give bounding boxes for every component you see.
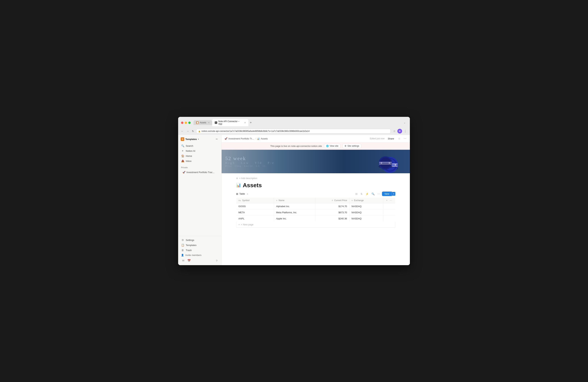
breadcrumb-parent-text[interactable]: Investment Portfolio Tr... (229, 137, 254, 140)
site-notification-bar: This page is live on note-api-connector.… (222, 142, 410, 150)
tab-assets-close[interactable]: ✕ (208, 122, 210, 124)
tab-assets[interactable]: 📄 Assets ✕ (193, 120, 212, 125)
sidebar-item-home[interactable]: 🏠 Home (180, 153, 220, 158)
site-settings-button[interactable]: ⚙ Site settings (342, 144, 361, 148)
cell-meta-symbol: META (236, 210, 274, 216)
table-toolbar-right: ⊟ ⇅ ⚡ 🔍 ⋯ New ▾ (355, 191, 395, 196)
close-traffic-light[interactable] (181, 122, 183, 124)
view-site-button[interactable]: 🌐 View site (324, 144, 340, 148)
sidebar-item-templates[interactable]: 📋 Templates (180, 243, 220, 248)
sort-button[interactable]: ⇅ (359, 192, 363, 196)
cell-aapl-symbol: AAPL (236, 216, 274, 222)
add-view-button[interactable]: + (246, 192, 249, 195)
sidebar-header-actions: ✏ (215, 137, 219, 141)
column-header-exchange[interactable]: ≡ Exchange (349, 198, 383, 203)
browser-window: 📄 Assets ✕ 🔌 Note API Connector – App ✕ … (178, 117, 410, 265)
tab-note-api-close[interactable]: ✕ (244, 122, 246, 124)
table-row[interactable]: META Meta Platforms, Inc. $673.70 NASDAQ (236, 210, 395, 216)
share-button[interactable]: Share (386, 136, 396, 141)
new-entry-main-button[interactable]: New (382, 191, 392, 196)
new-entry-dropdown-button[interactable]: ▾ (392, 192, 395, 196)
sidebar-item-inbox[interactable]: 📥 Inbox (180, 158, 220, 164)
globe-icon: 🌐 (326, 145, 329, 147)
sidebar-item-investment[interactable]: 🚀 Investment Portfolio Trac... (180, 170, 220, 174)
breadcrumb: 🚀 Investment Portfolio Tr... / 📊 Assets (225, 137, 268, 140)
page-title-row: 📊 Assets (236, 182, 395, 189)
invite-members-button[interactable]: 👤 Invite members (180, 253, 220, 258)
bookmark-button[interactable]: ☆ (392, 129, 397, 134)
exchange-col-label: Exchange (354, 199, 364, 202)
star-button[interactable]: ☆ (397, 136, 401, 141)
cell-goog-symbol: GOOG (236, 203, 274, 210)
more-options-button[interactable]: ⋯ (403, 136, 407, 141)
settings-icon: ⚙ (181, 238, 184, 242)
table-view-label[interactable]: Table (239, 192, 245, 195)
table-header: Aa Symbol ≡ Name # Curre (236, 198, 395, 203)
symbol-col-label: Symbol (242, 199, 250, 202)
invite-icon: 👤 (181, 254, 184, 256)
column-menu-button[interactable]: ⋯ (389, 199, 393, 202)
tab-overflow-button[interactable]: ⌄ (402, 121, 407, 125)
table-row[interactable]: GOOG Alphabet Inc. $174.70 NASDAQ (236, 203, 395, 210)
filter-button[interactable]: ⊟ (355, 192, 358, 196)
add-description-label: + Add description (239, 177, 257, 180)
table-header-add-col: + ⋯ (385, 199, 393, 202)
breadcrumb-current-text: Assets (261, 137, 268, 140)
new-page-button[interactable]: + + New page (236, 222, 395, 228)
address-bar[interactable]: 🔒 notion.so/note-api-connector/1a7c7a033… (196, 129, 391, 134)
sidebar-nav: 🔍 Search ✦ Notion AI 🏠 Home 📥 Inbox (178, 143, 221, 164)
user-avatar[interactable]: M (397, 129, 402, 134)
breadcrumb-separator: / (255, 137, 256, 140)
sidebar-bottom: ⚙ Settings 📋 Templates 🗑 Trash 👤 Invite … (178, 236, 221, 265)
app-content: N Templates ▾ ✏ 🔍 Search ✦ Notion AI (178, 135, 410, 265)
refresh-button[interactable]: ↻ (191, 129, 195, 133)
lock-icon: 🔒 (198, 130, 200, 132)
browser-menu-button[interactable]: ⋮ (403, 129, 408, 134)
tab-assets-icon: 📄 (196, 121, 199, 124)
cell-goog-actions (383, 203, 395, 210)
browser-chrome: 📄 Assets ✕ 🔌 Note API Connector – App ✕ … (178, 117, 410, 135)
tab-note-api[interactable]: 🔌 Note API Connector – App ✕ (212, 119, 248, 126)
table-row[interactable]: AAPL Apple Inc. $240.36 NASDAQ (236, 216, 395, 222)
sidebar-header: N Templates ▾ ✏ (178, 135, 221, 143)
sidebar-settings-label: Settings (186, 239, 194, 241)
maximize-traffic-light[interactable] (188, 122, 191, 124)
add-description-button[interactable]: ⊕ + Add description (236, 176, 395, 180)
sidebar-item-notion-ai[interactable]: ✦ Notion AI (180, 148, 220, 153)
sidebar-item-trash[interactable]: 🗑 Trash (180, 248, 220, 253)
site-notification-text: This page is live on note-api-connector.… (270, 145, 322, 147)
column-header-symbol[interactable]: Aa Symbol (236, 198, 274, 203)
traffic-lights (181, 122, 191, 124)
column-header-name[interactable]: ≡ Name (274, 198, 315, 203)
table-body: GOOG Alphabet Inc. $174.70 NASDAQ META M… (236, 203, 395, 222)
calendar-icon-button[interactable]: 📅 (186, 258, 192, 263)
column-header-price[interactable]: # Current Price (315, 198, 349, 203)
cell-aapl-exchange: NASDAQ (349, 216, 383, 222)
table-more-button[interactable]: ⋯ (377, 192, 381, 196)
forward-button[interactable]: → (186, 129, 190, 133)
sidebar-item-settings[interactable]: ⚙ Settings (180, 237, 220, 243)
sidebar-item-search[interactable]: 🔍 Search (180, 143, 220, 148)
price-type-icon: # (332, 199, 333, 202)
workspace-icon: N (181, 137, 184, 141)
url-text: notion.so/note-api-connector/1a7c7a0338c… (202, 130, 389, 133)
workspace-name[interactable]: N Templates ▾ (181, 137, 199, 141)
name-col-label: Name (279, 199, 284, 202)
page-header-actions: Edited just now Share ☆ ⋯ (370, 136, 407, 141)
new-page-button[interactable]: ✏ (215, 137, 219, 141)
automation-button[interactable]: ⚡ (365, 192, 370, 196)
tab-note-api-label: Note API Connector – App (218, 120, 242, 125)
minimize-traffic-light[interactable] (185, 122, 187, 124)
tab-note-api-icon: 🔌 (215, 121, 217, 124)
mail-icon-button[interactable]: ✉ (181, 258, 186, 263)
inbox-icon: 📥 (181, 159, 184, 163)
new-tab-button[interactable]: + (248, 121, 253, 125)
new-entry-button-group: New ▾ (382, 191, 395, 196)
help-icon-button[interactable]: ? (215, 258, 218, 263)
cell-meta-actions (383, 210, 395, 216)
add-column-button[interactable]: + (385, 199, 388, 202)
table-toolbar: ⊞ Table + ⊟ ⇅ ⚡ 🔍 ⋯ Ne (236, 191, 395, 196)
hero-banner: 52 week High Low Yld P/e Price Chng 644.… (222, 150, 410, 173)
back-button[interactable]: ← (180, 129, 184, 133)
search-table-button[interactable]: 🔍 (371, 192, 376, 196)
